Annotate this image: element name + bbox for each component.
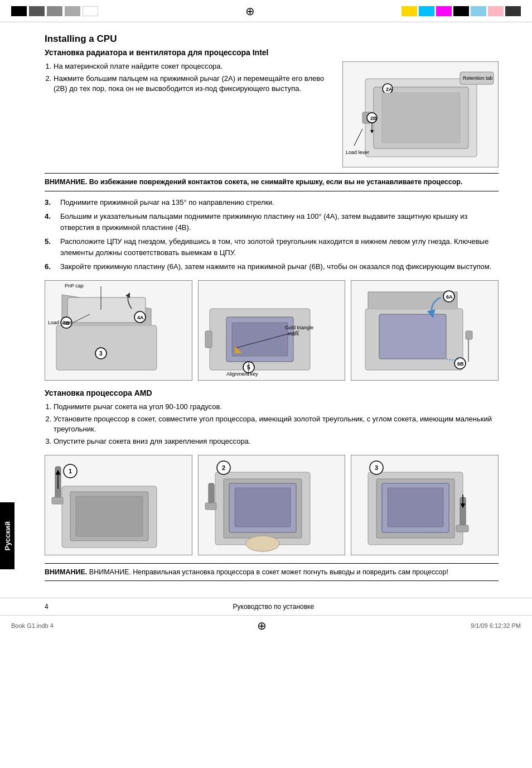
svg-rect-14 [67, 297, 146, 323]
pnp-cap-svg: 3 4B 4A PnP cap Load plate [45, 281, 179, 378]
intel-steps-list-initial: На материнской плате найдите сокет проце… [45, 61, 331, 94]
grayscale-swatches [11, 6, 98, 16]
svg-rect-55 [235, 488, 291, 527]
main-heading: Installing a CPU [45, 33, 499, 45]
intel-steps-text: На материнской плате найдите сокет проце… [45, 61, 331, 167]
footer-center-text: Руководство по установке [49, 603, 499, 611]
crosshair-bottom-icon: ⊕ [257, 619, 267, 632]
svg-text:6A: 6A [446, 294, 453, 300]
cpu-socket-diagram: Retention tab 2A 2B Load lever [342, 61, 499, 167]
amd-step-1: Поднимите рычаг сокета на угол 90-100 гр… [54, 402, 499, 412]
socket-diagram-svg: Retention tab 2A 2B Load lever [343, 62, 499, 168]
svg-text:Load lever: Load lever [346, 150, 369, 155]
amd-3-svg: 3 [351, 455, 485, 553]
amd-diagram-1: 1 [45, 455, 192, 555]
crosshair-icon: ⊕ [245, 4, 255, 18]
diagram-pnp-cap: 3 4B 4A PnP cap Load plate [45, 280, 192, 381]
swatch-yellow [402, 6, 417, 16]
intel-step-4: 4. Большим и указательным пальцами подни… [45, 211, 499, 233]
svg-rect-12 [382, 93, 460, 143]
intel-step-5: 5. Расположите ЦПУ над гнездом, убедивши… [45, 236, 499, 258]
svg-text:3: 3 [375, 464, 378, 471]
warning-amd-bold: ВНИМАНИЕ. ВНИМАНИЕ. Неправильная установ… [45, 568, 448, 576]
6a-6b-svg: 6A 6B [351, 281, 485, 378]
page-content: Installing a CPU Установка радиатора и в… [0, 22, 532, 598]
svg-rect-58 [209, 483, 214, 506]
amd-step-2: Установите процессор в сокет, совместите… [54, 414, 499, 434]
svg-line-9 [354, 129, 362, 146]
svg-rect-27 [232, 323, 288, 356]
svg-text:2A: 2A [386, 87, 393, 92]
intel-step-1: На материнской плате найдите сокет проце… [54, 61, 331, 71]
svg-rect-13 [56, 325, 157, 370]
intel-top-section: На материнской плате найдите сокет проце… [45, 61, 499, 167]
bottom-info-left: Book G1.indb 4 [11, 622, 54, 629]
amd-sub-heading: Установка процессора AMD [45, 388, 499, 397]
amd-2-svg: 2 [199, 455, 332, 553]
svg-rect-38 [379, 314, 446, 359]
diagram-6a-6b: 6A 6B [351, 280, 499, 381]
bottom-info-right: 9/1/09 6:12:32 PM [471, 622, 521, 629]
print-marks-top: ⊕ [0, 0, 532, 22]
amd-steps-list: Поднимите рычаг сокета на угол 90-100 гр… [45, 402, 499, 447]
intel-step-3: 3. Поднимите прижимной рычаг на 135° по … [45, 197, 499, 208]
svg-text:1: 1 [69, 468, 72, 474]
swatch-gray2 [47, 6, 62, 16]
svg-text:Load plate: Load plate [48, 320, 71, 325]
svg-text:Retention tab: Retention tab [463, 75, 493, 81]
svg-text:3: 3 [99, 351, 103, 357]
svg-rect-36 [205, 331, 212, 348]
svg-text:Gold triangle: Gold triangle [285, 325, 313, 330]
language-label: Русский [0, 502, 14, 569]
swatch-gray1 [29, 6, 45, 16]
svg-rect-64 [388, 488, 443, 527]
amd-1-svg: 1 [45, 455, 179, 553]
svg-rect-68 [456, 525, 468, 532]
footer-page-num: 4 [45, 603, 49, 611]
svg-rect-49 [52, 497, 63, 504]
swatch-black2 [453, 6, 469, 16]
svg-text:mark: mark [288, 331, 299, 337]
amd-diagram-3: 3 [351, 455, 499, 555]
svg-text:PnP cap: PnP cap [65, 283, 84, 289]
amd-step-3: Опустите рычаг сокета вниз для закреплен… [54, 436, 499, 447]
svg-rect-44 [466, 331, 472, 339]
svg-rect-59 [205, 503, 216, 510]
svg-text:6B: 6B [457, 361, 464, 367]
print-marks-bottom: Book G1.indb 4 ⊕ 9/1/09 6:12:32 PM [0, 615, 532, 635]
intel-sub-heading: Установка радиатора и вентилятора для пр… [45, 48, 499, 57]
swatch-cyan [419, 6, 434, 16]
svg-rect-47 [76, 496, 143, 536]
svg-point-60 [246, 536, 279, 551]
svg-text:2: 2 [222, 464, 225, 471]
swatch-pink [488, 6, 504, 16]
swatch-magenta [436, 6, 452, 16]
swatch-white [83, 6, 98, 16]
intel-step-2: Нажмите большим пальцем на прижимной рыч… [54, 74, 331, 94]
svg-text:Alignment key: Alignment key [226, 371, 258, 377]
amd-diagram-2: 2 [198, 455, 346, 555]
warning-intel-text: ВНИМАНИЕ. Во избежание повреждений конта… [45, 178, 462, 186]
swatch-gray3 [65, 6, 80, 16]
swatch-black [11, 6, 27, 16]
warning-intel: ВНИМАНИЕ. Во избежание повреждений конта… [45, 173, 499, 191]
intel-diagram-row: 3 4B 4A PnP cap Load plate [45, 280, 499, 381]
language-label-text: Русский [3, 521, 12, 551]
svg-text:4A: 4A [137, 315, 144, 320]
swatch-lightblue [471, 6, 486, 16]
amd-diagram-row: 1 [45, 455, 499, 555]
diagram-gold-triangle: 5 Gold triangle mark Alignment key [198, 280, 346, 381]
color-swatches [402, 6, 521, 16]
page-footer: 4 Руководство по установке [0, 598, 532, 615]
svg-text:2B: 2B [370, 116, 377, 121]
warning-amd: ВНИМАНИЕ. ВНИМАНИЕ. Неправильная установ… [45, 563, 499, 582]
intel-continued-steps: 3. Поднимите прижимной рычаг на 135° по … [45, 197, 499, 272]
intel-step-6: 6. Закройте прижимную пластину (6А), зат… [45, 261, 499, 272]
swatch-darkgray [505, 6, 521, 16]
gold-triangle-svg: 5 Gold triangle mark Alignment key [199, 281, 332, 378]
